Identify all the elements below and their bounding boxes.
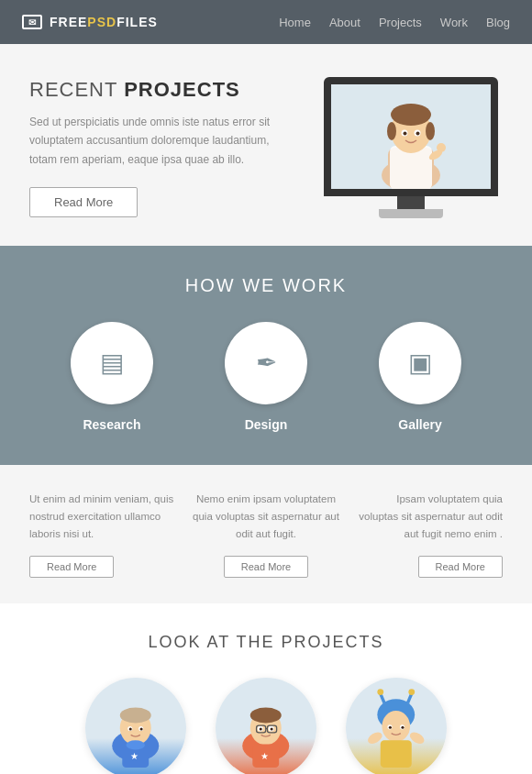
svg-point-32 [271, 728, 273, 731]
main-nav: Home About Projects Work Blog [279, 16, 510, 29]
logo: FREEPSDFILES [22, 15, 158, 29]
design-detail: Nemo enim ipsam voluptatem quia voluptas… [192, 491, 339, 578]
svg-point-4 [391, 104, 431, 126]
design-icon: ✒ [256, 350, 277, 376]
hero-title: RECENT PROJECTS [29, 78, 301, 102]
nav-projects[interactable]: Projects [379, 16, 422, 29]
research-detail: Ut enim ad minim veniam, quis nostrud ex… [29, 491, 177, 578]
svg-point-25 [250, 708, 282, 724]
monitor-illustration [319, 77, 503, 218]
svg-point-21 [127, 741, 145, 750]
svg-point-40 [382, 711, 411, 742]
gallery-label: Gallery [398, 417, 441, 432]
how-we-work-section: HOW WE WORK ▤ Research ✒ Design ▣ Galler… [0, 246, 532, 465]
design-read-more-button[interactable]: Read More [224, 556, 308, 578]
gallery-read-more-button[interactable]: Read More [418, 556, 503, 578]
avatar-3-illustration [353, 682, 439, 774]
gallery-icon: ▣ [408, 350, 432, 376]
monitor-base [379, 209, 443, 218]
gallery-detail-text: Ipsam voluptatem quia voluptas sit asper… [355, 491, 503, 543]
nav-blog[interactable]: Blog [486, 16, 510, 29]
how-icons-row: ▤ Research ✒ Design ▣ Gallery [29, 322, 503, 432]
svg-point-39 [409, 690, 416, 696]
hero-text: RECENT PROJECTS Sed ut perspiciatis unde… [29, 78, 319, 217]
avatar-2-illustration: ★ [223, 682, 309, 774]
hero-character [370, 93, 452, 189]
svg-point-43 [389, 726, 392, 729]
how-details-row: Ut enim ad minim veniam, quis nostrud ex… [0, 465, 532, 603]
design-circle: ✒ [225, 322, 307, 404]
svg-point-10 [416, 132, 420, 136]
hero-read-more-button[interactable]: Read More [29, 187, 138, 217]
svg-point-31 [260, 728, 262, 731]
how-item-design: ✒ Design [211, 322, 321, 432]
nav-about[interactable]: About [329, 16, 360, 29]
research-circle: ▤ [71, 322, 153, 404]
avatar-2: ★ [216, 678, 316, 774]
monitor-stand [397, 196, 425, 209]
svg-point-19 [140, 728, 143, 731]
design-label: Design [245, 417, 288, 432]
projects-avatars-row: ★ ★ [29, 678, 503, 774]
header: FREEPSDFILES Home About Projects Work Bl… [0, 0, 532, 44]
svg-point-37 [378, 690, 384, 696]
how-item-gallery: ▣ Gallery [365, 322, 475, 432]
how-title: HOW WE WORK [29, 275, 503, 296]
svg-point-15 [120, 708, 151, 724]
svg-text:★: ★ [260, 751, 269, 761]
gallery-circle: ▣ [379, 322, 461, 404]
nav-home[interactable]: Home [279, 16, 311, 29]
research-icon: ▤ [100, 350, 124, 376]
svg-rect-45 [381, 741, 412, 768]
nav-work[interactable]: Work [440, 16, 468, 29]
svg-text:★: ★ [130, 751, 139, 761]
gallery-detail: Ipsam voluptatem quia voluptas sit asper… [355, 491, 503, 578]
hero-section: RECENT PROJECTS Sed ut perspiciatis unde… [0, 44, 532, 246]
avatar-1-illustration: ★ [93, 682, 179, 774]
hero-description: Sed ut perspiciatis unde omnis iste natu… [29, 113, 277, 169]
research-label: Research [83, 417, 140, 432]
logo-icon [22, 15, 42, 29]
design-detail-text: Nemo enim ipsam voluptatem quia voluptas… [192, 491, 339, 543]
projects-title: LOOK AT THE PROJECTS [29, 633, 503, 652]
svg-point-5 [387, 122, 396, 140]
projects-section: LOOK AT THE PROJECTS ★ [0, 603, 532, 774]
avatar-3 [346, 678, 447, 774]
svg-point-6 [426, 122, 435, 140]
avatar-1: ★ [85, 678, 186, 774]
svg-point-44 [402, 726, 405, 729]
monitor-screen [324, 77, 498, 196]
svg-point-12 [437, 143, 446, 152]
research-detail-text: Ut enim ad minim veniam, quis nostrud ex… [29, 491, 177, 543]
svg-point-9 [404, 132, 407, 136]
research-read-more-button[interactable]: Read More [29, 556, 114, 578]
logo-text: FREEPSDFILES [50, 15, 158, 29]
how-item-research: ▤ Research [57, 322, 167, 432]
svg-point-18 [129, 728, 132, 731]
